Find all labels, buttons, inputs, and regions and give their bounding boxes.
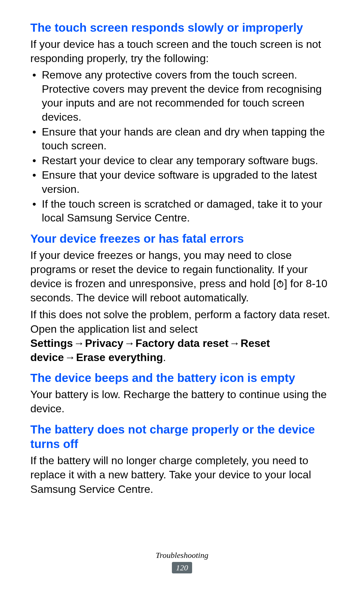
heading-touch-screen: The touch screen responds slowly or impr… <box>30 20 334 35</box>
list-item: Ensure that your device software is upgr… <box>30 168 334 196</box>
para-battery-empty: Your battery is low. Recharge the batter… <box>30 387 334 416</box>
page-footer: Troubleshooting 120 <box>0 551 364 573</box>
arrow-icon: → <box>73 337 85 349</box>
arrow-icon: → <box>64 351 76 363</box>
intro-touch-screen: If your device has a touch screen and th… <box>30 37 334 65</box>
menu-path-factory-reset: Factory data reset <box>135 337 229 349</box>
para-freezes-2: If this does not solve the problem, perf… <box>30 307 334 364</box>
page-number-badge: 120 <box>172 562 192 573</box>
text-fragment: If this does not solve the problem, perf… <box>30 308 330 335</box>
arrow-icon: → <box>229 337 241 349</box>
power-icon <box>276 280 284 288</box>
para-freezes-1: If your device freezes or hangs, you may… <box>30 248 334 305</box>
heading-battery-charge: The battery does not charge properly or … <box>30 422 334 452</box>
list-item: If the touch screen is scratched or dama… <box>30 197 334 225</box>
para-battery-charge: If the battery will no longer charge com… <box>30 453 334 496</box>
list-item: Remove any protective covers from the to… <box>30 68 334 124</box>
arrow-icon: → <box>123 337 135 349</box>
menu-path-erase-everything: Erase everything <box>76 351 163 363</box>
page-content: The touch screen responds slowly or impr… <box>0 0 364 597</box>
footer-section-label: Troubleshooting <box>0 551 364 560</box>
menu-path-settings: Settings <box>30 337 73 349</box>
text-fragment: If your device freezes or hangs, you may… <box>30 249 308 290</box>
heading-battery-empty: The device beeps and the battery icon is… <box>30 370 334 385</box>
bullet-list-touch-screen: Remove any protective covers from the to… <box>30 68 334 225</box>
list-item: Restart your device to clear any tempora… <box>30 154 334 168</box>
list-item: Ensure that your hands are clean and dry… <box>30 125 334 153</box>
menu-path-privacy: Privacy <box>85 337 123 349</box>
heading-freezes: Your device freezes or has fatal errors <box>30 231 334 246</box>
